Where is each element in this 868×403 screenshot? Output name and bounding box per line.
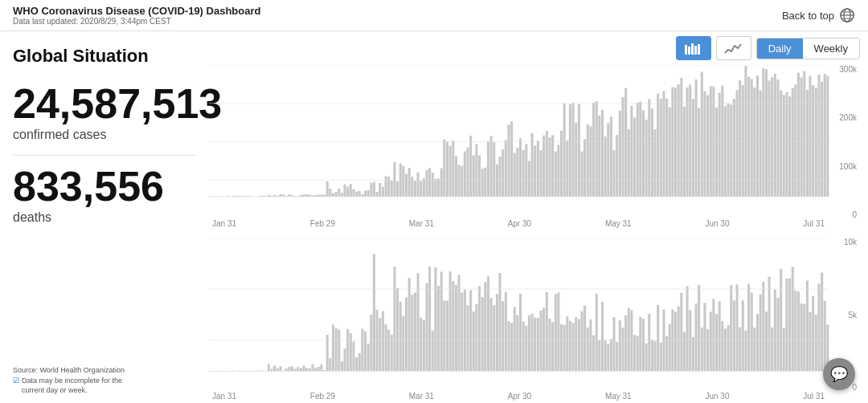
svg-rect-310	[452, 281, 454, 372]
svg-rect-121	[534, 145, 536, 197]
deaths-chart-wrapper: 10k 5k 0	[209, 238, 860, 392]
svg-rect-380	[657, 305, 659, 371]
svg-rect-332	[516, 315, 518, 372]
svg-rect-430	[803, 304, 805, 372]
back-to-top-button[interactable]: Back to top	[782, 7, 855, 23]
svg-rect-87	[434, 179, 436, 197]
svg-rect-427	[794, 291, 796, 372]
svg-rect-118	[525, 144, 527, 197]
svg-rect-322	[487, 276, 489, 371]
svg-rect-125	[546, 131, 548, 197]
svg-rect-176	[695, 79, 698, 197]
svg-rect-213	[803, 71, 805, 197]
daily-button[interactable]: Daily	[757, 39, 803, 59]
svg-rect-432	[809, 312, 811, 372]
svg-rect-59	[352, 189, 354, 197]
svg-rect-393	[695, 303, 698, 371]
y-label-0-cases: 0	[852, 210, 857, 219]
svg-rect-358	[592, 336, 595, 372]
svg-rect-431	[806, 281, 809, 372]
svg-rect-9	[698, 44, 700, 55]
svg-rect-172	[683, 107, 686, 197]
svg-rect-415	[760, 295, 762, 372]
svg-rect-347	[560, 324, 563, 372]
svg-rect-329	[507, 321, 510, 371]
svg-rect-411	[747, 284, 750, 371]
svg-rect-154	[630, 106, 633, 197]
svg-rect-350	[569, 321, 571, 372]
svg-rect-313	[461, 292, 463, 371]
svg-rect-317	[473, 311, 475, 371]
chart-controls: Daily Weekly	[209, 36, 860, 60]
svg-rect-111	[505, 140, 507, 197]
svg-rect-437	[824, 301, 826, 372]
svg-rect-151	[621, 97, 624, 197]
svg-rect-145	[604, 136, 607, 197]
header: WHO Coronavirus Disease (COVID-19) Dashb…	[0, 0, 868, 31]
svg-rect-166	[665, 99, 668, 197]
svg-rect-279	[361, 328, 363, 371]
svg-rect-96	[461, 166, 463, 197]
section-title: Global Situation	[13, 39, 196, 67]
svg-rect-68	[379, 183, 381, 197]
svg-rect-248	[271, 368, 273, 371]
svg-rect-265	[320, 364, 322, 371]
svg-rect-287	[385, 324, 387, 371]
confirmed-cases-number: 24,587,513	[13, 83, 196, 124]
svg-rect-160	[648, 100, 650, 197]
svg-rect-381	[660, 343, 662, 372]
svg-rect-109	[498, 157, 501, 197]
svg-rect-129	[557, 145, 559, 197]
svg-rect-331	[514, 307, 516, 371]
svg-rect-405	[730, 285, 732, 371]
weekly-button[interactable]: Weekly	[803, 39, 859, 59]
svg-rect-117	[522, 150, 525, 197]
svg-rect-78	[408, 168, 411, 197]
svg-rect-282	[370, 315, 372, 371]
line-chart-button[interactable]	[716, 36, 751, 60]
deaths-x-jun: Jun 30	[705, 392, 729, 401]
svg-rect-355	[583, 305, 586, 371]
svg-rect-351	[572, 323, 575, 371]
source-line2: Data may be incomplete for the	[22, 376, 122, 386]
svg-rect-147	[610, 116, 612, 197]
svg-rect-158	[642, 110, 645, 197]
svg-rect-360	[598, 340, 600, 371]
deaths-x-mar: Mar 31	[409, 392, 434, 401]
svg-rect-163	[657, 94, 659, 197]
svg-rect-386	[674, 311, 677, 371]
svg-rect-52	[332, 193, 334, 197]
y-label-5k: 5k	[848, 311, 857, 320]
svg-rect-183	[715, 108, 718, 197]
svg-rect-420	[774, 290, 776, 372]
chat-button[interactable]: 💬	[823, 358, 855, 390]
svg-rect-155	[633, 117, 636, 197]
cases-chart	[209, 65, 829, 219]
svg-rect-334	[522, 322, 525, 372]
svg-rect-37	[288, 194, 290, 197]
svg-rect-149	[616, 135, 618, 197]
spacer	[209, 228, 860, 238]
svg-rect-320	[481, 297, 484, 371]
svg-rect-150	[619, 111, 621, 197]
svg-rect-348	[563, 325, 566, 372]
svg-rect-319	[478, 286, 481, 371]
svg-rect-212	[800, 78, 803, 197]
svg-rect-120	[531, 133, 534, 197]
svg-rect-272	[341, 361, 343, 371]
svg-rect-424	[785, 279, 788, 371]
svg-rect-122	[537, 140, 539, 197]
svg-rect-85	[428, 168, 431, 196]
bar-chart-button[interactable]	[676, 36, 711, 60]
cases-x-jan: Jan 31	[212, 219, 236, 228]
svg-rect-263	[314, 368, 317, 371]
svg-rect-132	[566, 140, 568, 197]
svg-rect-422	[780, 269, 782, 372]
svg-rect-82	[420, 181, 422, 197]
svg-rect-136	[578, 104, 580, 197]
svg-rect-294	[405, 297, 407, 371]
y-label-0-deaths: 0	[852, 383, 857, 392]
cases-x-axis: Jan 31 Feb 29 Mar 31 Apr 30 May 31 Jun 3…	[209, 219, 860, 228]
svg-rect-100	[473, 156, 475, 197]
svg-rect-316	[469, 290, 472, 371]
